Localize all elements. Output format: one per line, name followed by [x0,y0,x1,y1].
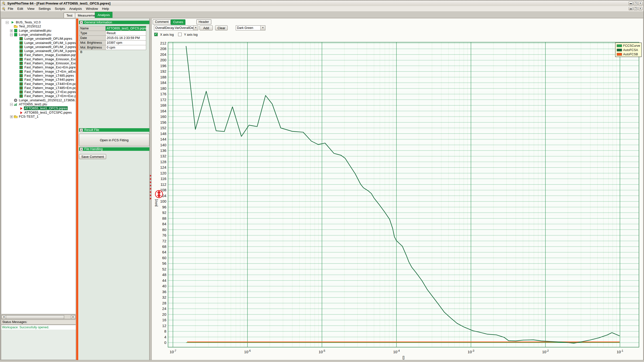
x-axis-log-checkbox[interactable]: X axis log [154,32,174,37]
tree-item-fast-pattern-image-lt440-em-pqres[interactable]: Fast_Pattern_Image_LT440+Em.pqres [1,82,76,86]
tree-item-atto655-test1-ptu[interactable]: ATTO655_test1.ptu [1,102,76,106]
tree-item-lunge-unstained9-oflim-2-pqres[interactable]: Lunge_unstained9_OFLIM_2.pqres [1,45,76,49]
result-file-header[interactable]: ▲ Result File [79,128,149,132]
tree-item-label[interactable]: Lunge_unstained9.ptu [18,33,52,36]
tree-item-label[interactable]: ATTO655_test1_OTCSPC.pqres [24,111,72,114]
splitter-collapse-arrow-icon[interactable] [150,175,151,177]
tree-item-lunge-unstained9-oflim-pqres[interactable]: Lunge_unstained9_OFLIM.pqres [1,37,76,41]
file-handling-header[interactable]: ▲ File Handling [79,147,149,151]
tree-item-label[interactable]: Fast_Pattern_Image_LT+Exc.pqres [24,90,76,94]
tree-item-label[interactable]: Fast_Pattern_Image_LT+Em_atExc485.pqres [24,70,76,73]
tree-item-label[interactable]: Lunge_unstained9_OFLIM_3.pqres [24,49,76,53]
chevron-down-icon[interactable]: ▼ [193,26,198,30]
splitter-collapse-arrow-icon[interactable] [150,185,151,187]
scroll-left-button[interactable]: ◄ [2,315,6,319]
open-in-fcs-fitting-button[interactable]: Open in FCS Fitting [79,134,149,146]
tree-item-label[interactable]: Fast_Pattern_Image_LT485+Em.pqres [24,86,76,90]
collapse-icon[interactable]: ▲ [80,128,83,132]
collapse-icon[interactable] [10,103,13,106]
scroll-right-button[interactable]: ► [71,315,75,319]
tree-item-bus-tests-v2-0[interactable]: BUS_Tests_V2.0 [1,20,76,24]
maximize-button[interactable]: ❐ [633,2,638,5]
pan-mode-icon[interactable] [155,191,163,198]
tab-header[interactable]: Header [196,19,211,24]
tree-item-fast-pattern-image-emission-exc440-pqres[interactable]: Fast_Pattern_Image_Emission_Exc440.pqres [1,57,76,61]
tree-item-fast-pattern-image-lt-exc-pqres[interactable]: Fast_Pattern_Image_LT+Exc.pqres [1,90,76,94]
tab-comment[interactable]: Comment [153,19,171,24]
mdi-close-button[interactable]: ✕ [638,7,642,10]
menu-item-help[interactable]: Help [100,6,111,11]
menu-item-file[interactable]: File [6,6,15,11]
add-curve-button[interactable]: Add [199,25,213,30]
save-comment-button[interactable]: Save Comment [79,154,106,159]
menu-item-edit[interactable]: Edit [15,6,25,11]
mdi-minimize-button[interactable]: ▬ [629,7,633,10]
tree-item-label[interactable]: Fast_Pattern_Image_LT+Em+Exc.pqres [24,94,76,98]
tree-item-label[interactable]: Lunge_unstained9_OFLIM_2.pqres [24,45,76,49]
tree-item-fast-pattern-image-lt485-em-pqres[interactable]: Fast_Pattern_Image_LT485+Em.pqres [1,86,76,90]
tree-item-label[interactable]: Fast_Pattern_Image_Emission_Exc440.pqres [24,57,76,61]
tree-item-label[interactable]: Fast_Pattern_Image_LT440.pqres [24,78,74,81]
tree-item-lunge-unstained1-20150112-173656-bmp[interactable]: Lunge_unstained1_20150112_173656.bmp [1,98,76,102]
tree-item-test-20150112[interactable]: Test_20150112 [1,24,76,28]
tree-item-label[interactable]: ATTO655_test1.ptu [18,102,48,106]
color-select-combo[interactable]: Dark Green ▼ [236,25,265,30]
y-axis-log-checkbox[interactable]: Y axis log [178,32,197,37]
tree-item-label[interactable]: Fast_Pattern_Image_LT440+Em.pqres [24,82,76,86]
tree-item-atto655-test1-otcspc-pqres[interactable]: ATTO655_test1_OTCSPC.pqres [1,111,76,115]
collapse-icon[interactable]: ▲ [80,148,83,151]
tree-item-label[interactable]: Fast_Pattern_Image_LT485.pqres [24,74,74,77]
clear-curves-button[interactable]: Clear [215,25,228,30]
splitter-collapse-arrow-icon[interactable] [150,194,151,196]
close-button[interactable]: ✕ [638,2,642,5]
expand-icon[interactable] [10,29,13,32]
scroll-thumb[interactable] [6,315,64,319]
curve-select-combo[interactable]: OverallDecay.VarOverallDecay ▼ [154,25,198,30]
collapse-icon[interactable] [6,21,9,24]
tree-item-fast-pattern-image-lt440-pqres[interactable]: Fast_Pattern_Image_LT440.pqres [1,78,76,82]
tree-item-fast-pattern-image-lt485-pqres[interactable]: Fast_Pattern_Image_LT485.pqres [1,74,76,78]
tree-item-lunge-unstained9-oflim-1-pqres[interactable]: Lunge_unstained9_OFLIM_1.pqres [1,41,76,45]
checkbox-unchecked-icon[interactable] [178,33,182,36]
splitter-collapse-arrow-icon[interactable] [150,188,151,190]
splitter-collapse-arrow-icon[interactable] [150,178,151,180]
chevron-down-icon[interactable]: ▼ [260,26,265,30]
tree-item-label[interactable]: Lunge_unstained9_OFLIM.pqres [24,37,73,40]
tree-item-lunge-unstained9-ptu[interactable]: Lunge_unstained9.ptu [1,33,76,37]
menu-item-settings[interactable]: Settings [36,6,53,11]
tree-item-fast-pattern-image-lt-em-exc-pqres[interactable]: Fast_Pattern_Image_LT+Em+Exc.pqres [1,94,76,98]
tree-item-label[interactable]: Lunge_unstained8.ptu [18,29,52,32]
tree-splitter[interactable] [76,19,78,360]
menu-item-view[interactable]: View [25,6,36,11]
tree-item-label[interactable]: ATTO655_test1_OFCS.pqres [24,106,68,110]
tree-item-label[interactable]: Lunge_unstained9_OFLIM_1.pqres [24,41,76,45]
minimize-button[interactable]: ▬ [629,2,633,5]
tree-item-label[interactable]: BUS_Tests_V2.0 [15,20,41,24]
tree-item-label[interactable]: FCS-TEST_1 [18,115,39,118]
collapse-icon[interactable]: ▲ [80,21,83,24]
tree-item-label[interactable]: Fast_Pattern_Image_Exc+Em.pqres [24,65,76,69]
tree-item-label[interactable]: Fast_Pattern_Image_Excitation.pqres [24,53,76,57]
tree-horizontal-scrollbar[interactable]: ◄ ► [1,315,76,319]
collapse-icon[interactable] [10,33,13,36]
menu-item-analysis[interactable]: Analysis [67,6,84,11]
tree-item-label[interactable]: Test_20150112 [18,24,42,28]
tree-item-label[interactable]: Lunge_unstained1_20150112_173656.bmp [18,98,76,102]
tree-item-fast-pattern-image-exc-em-pqres[interactable]: Fast_Pattern_Image_Exc+Em.pqres [1,65,76,69]
tab-test[interactable]: Test [64,13,75,18]
tree-item-fast-pattern-image-excitation-pqres[interactable]: Fast_Pattern_Image_Excitation.pqres [1,53,76,57]
tree-item-lunge-unstained8-ptu[interactable]: Lunge_unstained8.ptu [1,29,76,33]
splitter-collapse-arrow-icon[interactable] [150,181,151,183]
general-information-header[interactable]: ▲ General Information [79,21,149,24]
tab-curves-10-[interactable]: Curves (10) [171,19,185,25]
tree-item-lunge-unstained9-oflim-3-pqres[interactable]: Lunge_unstained9_OFLIM_3.pqres [1,49,76,53]
checkbox-checked-icon[interactable] [154,33,158,36]
plot-background[interactable] [168,42,639,347]
splitter-collapse-arrow-icon[interactable] [150,198,151,200]
tree-item-fcs-test-1[interactable]: FCS-TEST_1 [1,115,76,119]
tab-analysis[interactable]: Analysis [95,12,112,18]
tree-item-label[interactable]: Fast_Pattern_Image_Emission_Exc485.pqres [24,61,76,65]
tree-item-fast-pattern-image-emission-exc485-pqres[interactable]: Fast_Pattern_Image_Emission_Exc485.pqres [1,61,76,65]
splitter-collapse-arrow-icon[interactable] [150,191,151,193]
expand-icon[interactable] [10,115,13,118]
